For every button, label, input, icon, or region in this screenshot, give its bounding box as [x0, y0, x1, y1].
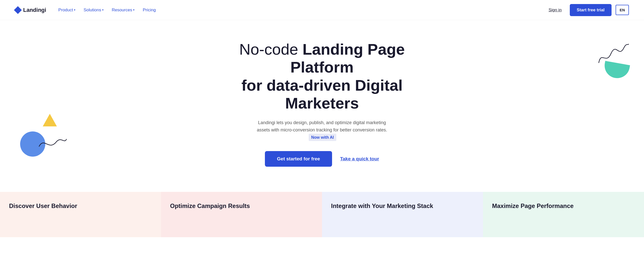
logo-link[interactable]: Landingi: [15, 7, 46, 13]
nav-link-resources[interactable]: Resources ▾: [109, 6, 138, 15]
feature-card-discover: Discover User Behavior: [0, 192, 161, 237]
nav-menu: Product ▾ Solutions ▾ Resources ▾ Pricin…: [55, 6, 159, 15]
nav-item-solutions: Solutions ▾: [80, 6, 107, 15]
sign-in-button[interactable]: Sign in: [545, 6, 566, 15]
triangle-decoration: [43, 114, 57, 126]
squiggle-left-decoration: [36, 131, 67, 152]
feature-cards-section: Discover User Behavior Optimize Campaign…: [0, 192, 644, 237]
nav-right: Sign in Start free trial EN: [545, 4, 629, 16]
chevron-down-icon: ▾: [74, 8, 75, 12]
nav-item-product: Product ▾: [55, 6, 79, 15]
navbar: Landingi Product ▾ Solutions ▾ Resources…: [0, 0, 644, 20]
nav-left: Landingi Product ▾ Solutions ▾ Resources…: [15, 6, 159, 15]
nav-link-solutions[interactable]: Solutions ▾: [80, 6, 107, 15]
chevron-down-icon: ▾: [133, 8, 135, 12]
nav-link-product[interactable]: Product ▾: [55, 6, 79, 15]
hero-title: No-code Landing Page Platform for data-d…: [214, 40, 430, 112]
feature-card-title: Integrate with Your Marketing Stack: [331, 202, 474, 210]
feature-card-title: Discover User Behavior: [9, 202, 152, 210]
nav-link-pricing[interactable]: Pricing: [140, 6, 159, 15]
feature-card-integrate: Integrate with Your Marketing Stack: [322, 192, 483, 237]
feature-card-optimize: Optimize Campaign Results: [161, 192, 322, 237]
feature-card-title: Maximize Page Performance: [492, 202, 635, 210]
quick-tour-button[interactable]: Take a quick tour: [340, 156, 379, 162]
hero-actions: Get started for free Take a quick tour: [265, 151, 379, 167]
logo-icon: [14, 6, 22, 14]
language-button[interactable]: EN: [616, 5, 629, 15]
logo-text: Landingi: [23, 7, 46, 13]
chevron-down-icon: ▾: [102, 8, 104, 12]
nav-item-pricing: Pricing: [140, 6, 159, 15]
get-started-button[interactable]: Get started for free: [265, 151, 332, 167]
feature-card-maximize: Maximize Page Performance: [483, 192, 644, 237]
now-with-ai-badge: Now with AI: [309, 134, 336, 141]
hero-section: No-code Landing Page Platform for data-d…: [0, 20, 644, 192]
start-trial-button[interactable]: Start free trial: [570, 4, 612, 16]
hero-subtitle: Landingi lets you design, publish, and o…: [252, 119, 392, 141]
nav-item-resources: Resources ▾: [109, 6, 138, 15]
feature-card-title: Optimize Campaign Results: [170, 202, 313, 210]
